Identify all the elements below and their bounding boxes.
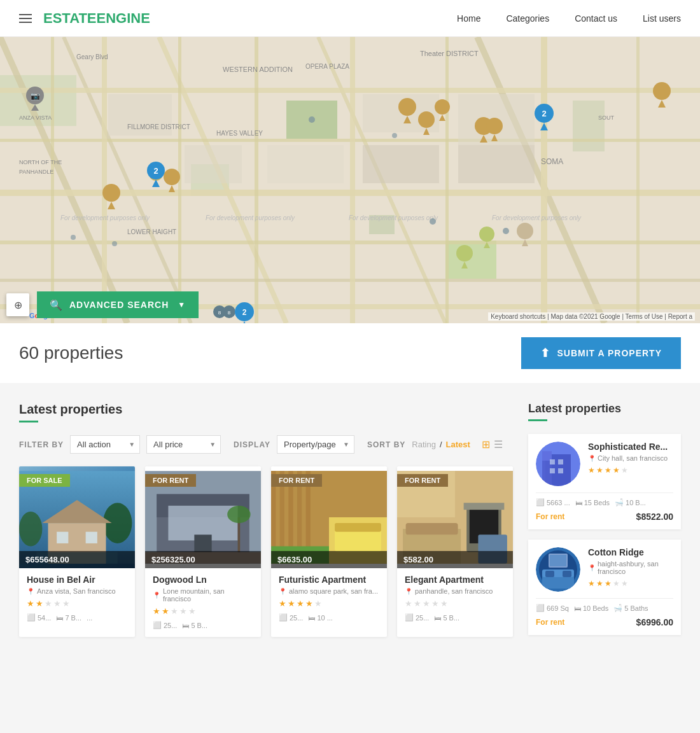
left-section-underline — [19, 421, 38, 422]
sqft-icon: ⬜ — [536, 498, 545, 506]
nav-home[interactable]: Home — [457, 13, 480, 24]
svg-point-83 — [479, 227, 494, 242]
advanced-search-button[interactable]: 🔍 ADVANCED SEARCH ▼ — [37, 291, 199, 318]
card-title: Elegant Apartment — [405, 575, 505, 585]
grid-view-icon[interactable]: ⊞ — [482, 438, 490, 450]
svg-text:For development purposes only: For development purposes only — [206, 214, 295, 221]
price-filter-select[interactable]: All price Under $1000 $1000-$5000 Over $… — [146, 435, 221, 454]
price-filter-wrapper: All price Under $1000 $1000-$5000 Over $… — [146, 435, 221, 454]
left-section-title: Latest properties — [19, 402, 513, 417]
side-status: For rent — [536, 618, 564, 627]
location-pin-icon: 📍 — [405, 588, 412, 595]
card-image: FOR RENT $582.00 — [397, 466, 513, 568]
svg-rect-18 — [51, 37, 54, 323]
side-beds: 🛏 15 Beds — [575, 498, 610, 506]
nav-list-users[interactable]: List users — [643, 13, 681, 24]
svg-text:8: 8 — [218, 310, 221, 316]
sort-by-label: SORT BY — [367, 440, 405, 449]
nav-contact[interactable]: Contact us — [575, 13, 617, 24]
svg-point-72 — [435, 99, 450, 115]
svg-rect-139 — [558, 468, 563, 473]
side-beds: 🛏 10 Beds — [574, 604, 608, 612]
side-card-sophisticated[interactable]: Sophisticated Re... 📍 City hall, san fra… — [528, 434, 681, 529]
card-price: $582.00 — [397, 551, 513, 568]
display-label: DISPLAY — [234, 440, 270, 449]
svg-text:ANZA VISTA: ANZA VISTA — [19, 115, 52, 121]
side-price: $8522.00 — [636, 512, 673, 522]
svg-point-60 — [164, 169, 180, 185]
sqft-icon: ⬜ — [536, 604, 545, 612]
side-thumb — [536, 547, 580, 592]
pin-icon: 📍 — [588, 455, 596, 462]
map-attribution: Keyboard shortcuts | Map data ©2021 Goog… — [488, 312, 695, 321]
svg-text:8: 8 — [228, 310, 231, 316]
side-thumb — [536, 442, 580, 486]
card-beds: 🛏 7 B... — [56, 613, 81, 622]
svg-text:2: 2 — [153, 166, 158, 176]
svg-rect-21 — [255, 37, 258, 323]
svg-text:📷: 📷 — [31, 91, 40, 101]
location-pin-icon: 📍 — [27, 588, 34, 595]
display-filter-select[interactable]: Property/page 5/page 10/page — [277, 435, 354, 454]
card-beds: 🛏 5 B... — [182, 621, 207, 629]
property-card-house-bel-air[interactable]: FOR SALE $655648.00 House in Bel Air 📍 A… — [19, 466, 135, 637]
svg-rect-5 — [573, 101, 605, 151]
header-left: ESTATEENGINE — [19, 10, 150, 27]
card-stars: ★ ★ ★ ★ ★ — [279, 599, 379, 608]
card-location: 📍 alamo square park, san fra... — [279, 587, 379, 595]
sort-latest[interactable]: Latest — [446, 440, 470, 449]
svg-rect-24 — [541, 37, 547, 323]
side-stars: ★ ★ ★ ★ ★ — [588, 466, 673, 475]
properties-header: 60 properties ⬆ SUBMIT A PROPERTY — [0, 323, 700, 383]
baths-icon: 🛁 — [613, 604, 622, 612]
property-card-futuristic-apt[interactable]: FOR RENT $6635.00 Futuristic Apartment 📍… — [271, 466, 387, 637]
card-beds: 🛏 5 B... — [434, 613, 459, 622]
svg-point-54 — [112, 241, 117, 246]
action-filter-select[interactable]: All action For sale For rent — [70, 435, 140, 454]
card-body: House in Bel Air 📍 Anza vista, San franc… — [19, 568, 135, 629]
card-meta: ⬜ 25... 🛏 10 ... — [279, 613, 379, 622]
svg-rect-19 — [102, 37, 107, 323]
submit-property-button[interactable]: ⬆ SUBMIT A PROPERTY — [521, 337, 681, 369]
svg-rect-135 — [542, 451, 552, 461]
card-meta: ⬜ 54... 🛏 7 B... ... — [27, 613, 127, 622]
main-nav: Home Categories Contact us List users — [457, 13, 681, 24]
card-badge-rent: FOR RENT — [145, 474, 196, 487]
side-price: $6996.00 — [636, 617, 673, 627]
card-body: Dogwood Ln 📍 Lone mountain, san francisc… — [145, 568, 261, 637]
card-price: $655648.00 — [19, 551, 135, 568]
sort-options: Rating / Latest — [412, 440, 470, 449]
sqft-icon: ⬜ — [405, 613, 414, 622]
side-status: For rent — [536, 512, 564, 521]
property-card-dogwood-ln[interactable]: FOR RENT $256325.00 Dogwood Ln 📍 Lone mo… — [145, 466, 261, 637]
hamburger-menu[interactable] — [19, 14, 32, 23]
logo-text: ESTATEENGINE — [43, 10, 150, 26]
sort-divider: / — [440, 440, 442, 449]
card-stars: ★ ★ ★ ★ ★ — [153, 606, 253, 616]
side-card-cotton-ridge[interactable]: Cotton Ridge 📍 haight-ashbury, san franc… — [528, 540, 681, 635]
svg-rect-27 — [185, 145, 242, 183]
side-card-footer: For rent $6996.00 — [536, 617, 673, 627]
svg-text:For development purposes only: For development purposes only — [60, 214, 150, 221]
nav-categories[interactable]: Categories — [506, 13, 549, 24]
location-pin-icon: 📍 — [153, 592, 160, 599]
list-view-icon[interactable]: ☰ — [494, 438, 503, 450]
card-sqft: ⬜ 25... — [405, 613, 429, 622]
card-sqft: ⬜ 25... — [153, 621, 177, 629]
sort-rating[interactable]: Rating — [412, 440, 436, 449]
side-card-location: 📍 haight-ashbury, san francisco — [588, 560, 673, 575]
svg-point-85 — [517, 223, 533, 239]
card-extra: ... — [87, 613, 92, 622]
map-container: Geary Blvd WESTERN ADDITION OPERA PLAZA … — [0, 37, 700, 323]
location-button[interactable]: ⊕ — [6, 293, 29, 316]
card-meta: ⬜ 25... 🛏 5 B... — [153, 621, 253, 629]
property-card-elegant-apt[interactable]: FOR RENT $582.00 Elegant Apartment 📍 pan… — [397, 466, 513, 637]
svg-point-52 — [503, 228, 509, 234]
display-filter-wrapper: Property/page 5/page 10/page ▼ — [277, 435, 354, 454]
svg-text:WESTERN ADDITION: WESTERN ADDITION — [223, 66, 293, 73]
card-badge-rent: FOR RENT — [271, 474, 322, 487]
svg-text:OPERA PLAZA: OPERA PLAZA — [305, 63, 349, 70]
card-sqft: ⬜ 54... — [27, 613, 51, 622]
card-sqft: ⬜ 25... — [279, 613, 303, 622]
svg-text:For development purposes only: For development purposes only — [492, 214, 582, 221]
